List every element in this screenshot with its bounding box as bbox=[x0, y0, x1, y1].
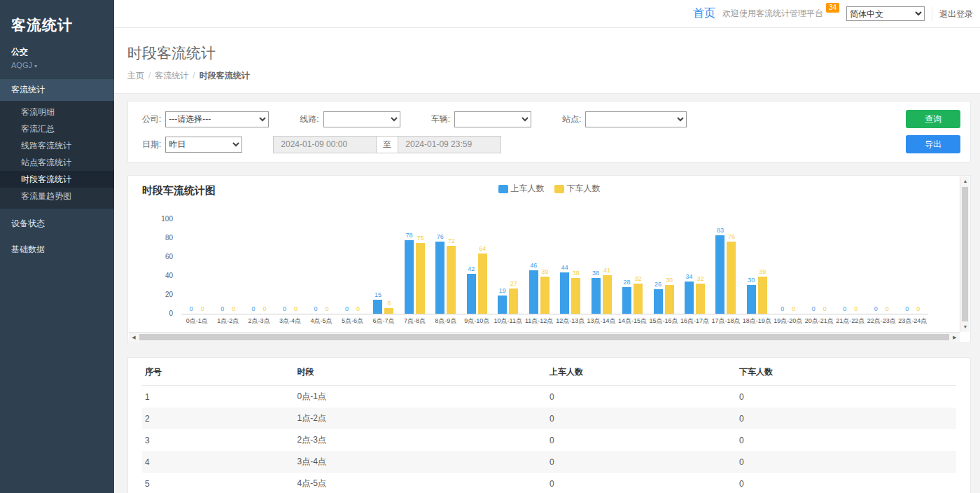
scroll-right-arrow-icon[interactable]: ▶ bbox=[950, 333, 960, 342]
chart-bar-group: 463911点-12点 bbox=[524, 220, 554, 314]
breadcrumb-separator: / bbox=[148, 71, 150, 81]
bar-value-label: 0 bbox=[345, 305, 349, 312]
table-cell: 0 bbox=[736, 473, 956, 493]
y-axis-tick: 60 bbox=[165, 253, 173, 261]
bar-value-label: 32 bbox=[635, 275, 642, 282]
chart-bar-group: 78757点-8点 bbox=[399, 220, 430, 314]
bar bbox=[529, 270, 538, 314]
vehicle-select[interactable] bbox=[454, 111, 531, 127]
x-axis-label: 1点-2点 bbox=[217, 317, 239, 326]
station-label: 站点: bbox=[562, 113, 581, 125]
bar-value-label: 78 bbox=[405, 232, 412, 239]
bar-value-label: 0 bbox=[905, 305, 909, 312]
export-button[interactable]: 导出 bbox=[906, 135, 960, 153]
bar-column: 38 bbox=[571, 220, 580, 314]
end-date-input[interactable]: 2024-01-09 23:59 bbox=[398, 136, 501, 153]
bar-column: 72 bbox=[447, 220, 456, 314]
x-axis-label: 20点-21点 bbox=[805, 317, 834, 326]
breadcrumb-item[interactable]: 客流统计 bbox=[155, 71, 188, 81]
sidebar-section[interactable]: 基础数据 bbox=[0, 239, 114, 261]
query-button[interactable]: 查询 bbox=[906, 110, 960, 128]
chart-bar-group: 283214点-15点 bbox=[617, 220, 648, 314]
company-label: 公司: bbox=[142, 113, 161, 125]
date-filter: 日期: 昨日 bbox=[142, 137, 242, 153]
table-header-cell: 下车人数 bbox=[736, 359, 956, 386]
logout-link[interactable]: 退出登录 bbox=[932, 7, 973, 21]
bar-column: 32 bbox=[634, 220, 643, 314]
bar-value-label: 46 bbox=[530, 262, 537, 269]
sidebar-item[interactable]: 站点客流统计 bbox=[0, 154, 114, 171]
welcome-text: 欢迎使用客流统计管理平台 bbox=[722, 8, 823, 20]
table-header-row: 序号时段上车人数下车人数 bbox=[142, 359, 956, 386]
bar-column: 27 bbox=[509, 220, 518, 314]
scroll-down-arrow-icon[interactable]: ▼ bbox=[960, 322, 970, 332]
table-cell: 5 bbox=[142, 473, 294, 493]
bar-value-label: 0 bbox=[201, 305, 204, 312]
legend-item[interactable]: 下车人数 bbox=[554, 183, 601, 195]
x-axis-label: 13点-14点 bbox=[587, 317, 616, 326]
legend-swatch-icon bbox=[554, 185, 564, 193]
notification-badge[interactable]: 34 bbox=[826, 3, 839, 13]
date-preset-select[interactable]: 昨日 bbox=[165, 137, 242, 153]
chart-bar-group: 42649点-10点 bbox=[461, 220, 492, 314]
bar-column: 26 bbox=[654, 220, 663, 314]
bar-column: 30 bbox=[665, 220, 674, 314]
bar-value-label: 0 bbox=[916, 305, 920, 312]
x-axis-label: 23点-24点 bbox=[898, 317, 927, 326]
bar-value-label: 19 bbox=[499, 287, 506, 294]
bar-value-label: 64 bbox=[479, 245, 486, 252]
table-cell: 0 bbox=[736, 429, 956, 451]
sidebar-item[interactable]: 客流量趋势图 bbox=[0, 188, 114, 204]
sidebar-item[interactable]: 线路客流统计 bbox=[0, 137, 114, 154]
bar-column: 41 bbox=[603, 220, 612, 314]
language-select[interactable]: 简体中文 bbox=[846, 6, 925, 21]
x-axis-label: 11点-12点 bbox=[525, 317, 553, 326]
x-axis-label: 7点-8点 bbox=[404, 317, 426, 326]
bar-column: 0 bbox=[820, 220, 830, 314]
vertical-scrollbar-thumb[interactable] bbox=[962, 187, 968, 321]
station-select[interactable] bbox=[585, 111, 687, 127]
chart-bar-group: 002点-3点 bbox=[244, 220, 274, 314]
legend-item[interactable]: 上车人数 bbox=[498, 183, 545, 195]
x-axis-label: 22点-23点 bbox=[867, 317, 896, 326]
page-title: 时段客流统计 bbox=[127, 43, 966, 63]
sidebar-section[interactable]: 设备状态 bbox=[0, 213, 114, 235]
x-axis-label: 12点-13点 bbox=[556, 317, 584, 326]
bar-column: 0 bbox=[229, 220, 238, 314]
start-date-input[interactable]: 2024-01-09 00:00 bbox=[273, 136, 377, 153]
bar-column: 0 bbox=[902, 220, 911, 314]
bar-value-label: 76 bbox=[728, 233, 735, 240]
x-axis-label: 18点-19点 bbox=[743, 317, 771, 326]
bar-column: 44 bbox=[560, 220, 569, 314]
scroll-left-arrow-icon[interactable]: ◀ bbox=[129, 333, 139, 342]
horizontal-scrollbar[interactable]: ◀ ▶ bbox=[129, 332, 960, 342]
table-cell: 0 bbox=[736, 408, 956, 429]
x-axis-label: 16点-17点 bbox=[680, 317, 709, 326]
line-select[interactable] bbox=[323, 111, 400, 127]
vertical-scrollbar[interactable]: ▲ ▼ bbox=[960, 176, 969, 332]
table-cell: 4点-5点 bbox=[294, 473, 547, 493]
chart-bar-group: 837617点-18点 bbox=[710, 220, 741, 314]
home-link[interactable]: 首页 bbox=[693, 6, 715, 21]
breadcrumb-item[interactable]: 主页 bbox=[127, 71, 144, 81]
table-row: 21点-2点00 bbox=[142, 408, 956, 429]
company-select[interactable]: ---请选择--- bbox=[165, 111, 269, 127]
bar-column: 0 bbox=[851, 220, 860, 314]
bar-column: 15 bbox=[373, 220, 382, 314]
scroll-up-arrow-icon[interactable]: ▲ bbox=[960, 176, 970, 186]
table-cell: 0 bbox=[547, 386, 736, 408]
horizontal-scrollbar-thumb[interactable] bbox=[139, 334, 949, 340]
sidebar-item[interactable]: 客流明细 bbox=[0, 104, 114, 120]
sidebar: 客流统计 公交 AQGJ▾ 客流统计客流明细客流汇总线路客流统计站点客流统计时段… bbox=[0, 0, 114, 493]
sidebar-item[interactable]: 时段客流统计 bbox=[0, 171, 114, 188]
chart-bar-group: 1566点-7点 bbox=[368, 220, 399, 314]
bar-value-label: 0 bbox=[792, 305, 795, 312]
y-axis-tick: 80 bbox=[165, 234, 173, 242]
bar bbox=[715, 235, 724, 314]
org-switcher[interactable]: AQGJ▾ bbox=[0, 58, 114, 79]
bar-column: 30 bbox=[747, 220, 756, 314]
bar-column: 0 bbox=[883, 220, 892, 314]
sidebar-section[interactable]: 客流统计 bbox=[0, 79, 114, 101]
table-cell: 0 bbox=[547, 473, 736, 493]
sidebar-item[interactable]: 客流汇总 bbox=[0, 120, 114, 137]
